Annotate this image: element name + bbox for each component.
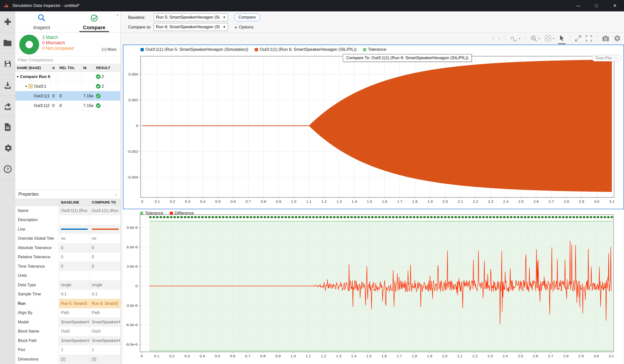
fullscreen-button[interactable] [585,35,592,42]
property-compare-value: [2] [90,355,120,364]
tab-compare[interactable]: Compare [68,11,120,32]
svg-text:2.2: 2.2 [472,354,478,358]
baseline-line-swatch-cell [59,225,89,234]
column-name-base[interactable]: NAME (BASE) [15,64,51,72]
row-name: Out3:1(2 [34,103,50,108]
expander-triangle-icon[interactable]: ▾ [17,75,19,78]
inspect-search-icon [37,13,46,24]
property-baseline-value: no [59,234,89,243]
svg-text:0.2: 0.2 [169,354,175,358]
expander-triangle-icon[interactable]: ▾ [25,84,27,88]
panel-collapse-chevron-icon[interactable]: ‹ [117,12,118,18]
bottom-chart-plot-area[interactable]: 00.10.20.30.40.50.60.70.80.91.01.11.21.3… [123,209,623,364]
difference-plot-bottom[interactable]: ToleranceDifference 00.10.20.30.40.50.60… [123,209,624,364]
column-abs-tol[interactable]: A [51,64,58,72]
properties-header[interactable]: Properties ⌄ [15,190,120,199]
previous-view-button[interactable]: ‹ [492,35,495,42]
options-expander[interactable]: ▶ Options [235,25,254,30]
row-abs-tol [51,81,58,91]
expand-plot-button[interactable] [575,35,582,42]
property-baseline-value: 0 [59,253,89,262]
baseline-line-swatch [61,229,88,230]
svg-text:2.5: 2.5 [518,199,524,204]
svg-text:0.2: 0.2 [170,199,175,204]
report-button[interactable] [0,117,15,138]
comparison-row[interactable]: Out3:1(1007.15e [15,91,120,101]
svg-text:1.8: 1.8 [412,199,418,204]
dropdown-caret-icon: ▼ [223,25,226,29]
svg-text:1.9: 1.9 [427,354,432,358]
svg-text:1.8: 1.8 [412,354,417,358]
svg-text:2.7: 2.7 [548,354,554,358]
svg-text:1.4: 1.4 [351,354,357,358]
properties-column-baseline: BASELINE [59,199,89,206]
plot-toolbar: ‹ › ▼ ▼ ▼ [121,32,624,45]
property-baseline-value: Path [59,308,89,318]
property-label: Name [15,206,59,215]
compare-to-dropdown[interactable]: Run 6: SmartSpeakerHexagon (SI ▼ [154,23,228,31]
baseline-dropdown[interactable]: Run 5: SmartSpeakerHexagon (Si ▼ [154,13,228,21]
comparison-row[interactable]: ▾Compare Run 6: SmartSpeakerHe2 [15,72,120,81]
top-chart-plot-area[interactable]: 00.10.20.30.40.50.60.70.80.91.01.11.21.3… [123,45,623,209]
save-button[interactable] [0,53,15,75]
pointer-tool-button[interactable] [559,35,565,42]
svg-text:0.002: 0.002 [128,98,138,102]
properties-body: NameOut3:1(1) (RunOut3:1(1) (RunDescript… [15,206,120,364]
match-count: 2 Match [42,35,74,40]
next-view-button[interactable]: › [498,35,501,42]
filter-comparisons-input[interactable] [15,58,120,63]
chevron-down-icon[interactable]: ⌄ [114,192,117,197]
svg-text:1.7: 1.7 [397,354,402,358]
svg-text:1.9: 1.9 [427,199,433,204]
plot-settings-gear-button[interactable] [613,35,621,42]
tab-inspect[interactable]: Inspect [15,11,68,32]
baseline-label: Baseline: [128,15,145,20]
close-button[interactable]: ✕ [606,0,624,11]
result-count: 2 [102,84,104,89]
property-compare-value: 0 [90,253,120,262]
folder-icon [3,39,12,47]
snapshot-camera-button[interactable] [602,35,609,42]
time-plot-top[interactable]: Out3:1(1) (Run 5: SmartSpeakerHexagon (S… [123,45,624,209]
signal-overlay-button[interactable]: ▼ [510,35,521,42]
svg-text:3.1: 3.1 [609,354,614,358]
property-label: Override Global Tole [15,234,59,243]
property-label: Relative Tolerance [15,253,59,262]
minimize-button[interactable]: — [569,0,587,11]
check-badge-icon [96,84,101,89]
time-plot-badge[interactable]: Time Plot ••• [592,55,622,61]
property-row: Relative Tolerance00 [15,253,120,262]
import-button[interactable] [0,75,15,96]
row-rel-tol: 0 [58,101,82,110]
not-compared-count: 0 Not compared [42,46,74,51]
result-count: 2 [102,74,104,79]
toolbar-separator [570,34,570,42]
comparison-row[interactable]: Out3:1(2007.15e [15,101,120,110]
comparison-row[interactable]: ▾Out3:12 [15,81,120,91]
fit-to-view-button[interactable]: ▼ [544,35,555,42]
more-link[interactable]: [+] More [102,47,116,52]
compare-to-dropdown-value: Run 6: SmartSpeakerHexagon (SI [156,25,220,29]
compare-button[interactable]: Compare [234,13,260,21]
open-button[interactable] [0,32,15,53]
property-compare-value: Path [90,308,120,318]
svg-text:1.2: 1.2 [321,354,326,358]
property-baseline-value [59,271,89,281]
column-result[interactable]: RESULT [95,64,120,72]
property-row: RunRun 5: SmartSRun 6: SmartS [15,299,120,308]
preferences-button[interactable] [0,138,15,159]
svg-text:9.0e-6: 9.0e-6 [127,225,138,230]
property-row: Sample Time0.10.1 [15,290,120,299]
mismatch-count: 0 Mismatch [42,40,74,46]
column-max[interactable]: M. [82,64,95,72]
badge-menu-dots-icon[interactable]: ••• [614,56,618,60]
help-button[interactable]: ? [0,159,15,180]
zoom-button[interactable]: ▼ [530,35,540,42]
row-result [95,101,120,110]
property-compare-value: 0.1 [90,290,120,299]
toolbar-separator [525,34,526,42]
export-button[interactable] [0,96,15,117]
column-rel-tol[interactable]: REL TOL [58,64,82,72]
add-run-button[interactable] [0,11,15,32]
maximize-button[interactable]: □ [587,0,606,11]
